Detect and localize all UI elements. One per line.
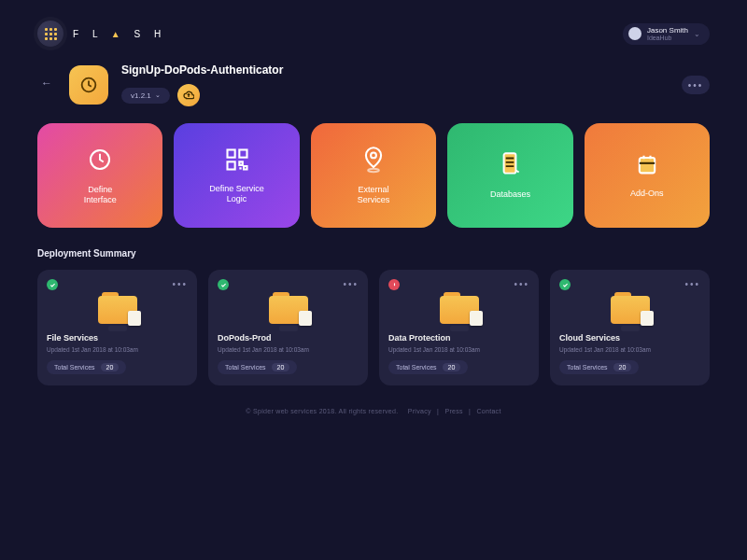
card-add-ons[interactable]: Add-Ons	[585, 123, 710, 228]
card-more-button[interactable]: •••	[172, 279, 188, 289]
deployment-updated: Updated 1st Jan 2018 at 10:03am	[388, 346, 529, 353]
total-services-badge: Total Services 20	[218, 360, 297, 374]
card-more-button[interactable]: •••	[343, 279, 359, 289]
deployment-name: File Services	[47, 333, 188, 343]
card-databases[interactable]: Databases	[447, 123, 572, 228]
card-label: Define Interface	[84, 185, 117, 206]
total-services-badge: Total Services 20	[47, 360, 126, 374]
total-services-badge: Total Services 20	[388, 360, 468, 374]
deployment-name: Data Protection	[388, 333, 529, 343]
brand-logo-text: F L ▲ S H	[73, 29, 166, 39]
status-ok-icon	[559, 279, 571, 290]
user-menu[interactable]: Jason Smith IdeaHub ⌄	[623, 23, 710, 45]
deployment-name: Cloud Services	[559, 333, 700, 343]
addon-icon	[634, 151, 660, 177]
deployment-card[interactable]: ••• Data Protection Updated 1st Jan 2018…	[379, 270, 539, 385]
svg-rect-5	[227, 161, 234, 169]
chevron-down-icon: ⌄	[694, 30, 700, 38]
deployment-updated: Updated 1st Jan 2018 at 10:03am	[47, 346, 188, 353]
upload-button[interactable]	[177, 84, 200, 106]
svg-rect-9	[640, 158, 655, 173]
card-more-button[interactable]: •••	[514, 279, 529, 289]
footer-link-privacy[interactable]: Privacy	[404, 408, 435, 414]
folder-icon	[98, 296, 137, 324]
deployment-updated: Updated 1st Jan 2018 at 10:03am	[218, 346, 359, 353]
footer-copyright: © Spider web services 2018. All rights r…	[242, 408, 402, 414]
folder-icon	[611, 296, 650, 324]
version-label: v1.2.1	[131, 91, 151, 100]
deployment-summary-title: Deployment Summary	[37, 248, 710, 270]
grid-icon	[45, 28, 57, 40]
card-label: Databases	[490, 189, 530, 200]
deployment-updated: Updated 1st Jan 2018 at 10:03am	[559, 346, 700, 353]
status-ok-icon	[218, 279, 229, 290]
svg-point-7	[368, 169, 379, 172]
cloud-upload-icon	[183, 90, 194, 101]
footer: © Spider web services 2018. All rights r…	[37, 385, 710, 414]
chevron-down-icon: ⌄	[155, 91, 161, 99]
svg-rect-8	[504, 154, 516, 174]
user-org: IdeaHub	[647, 35, 688, 41]
location-pin-icon	[360, 146, 387, 174]
clock-icon	[86, 146, 114, 174]
user-name: Jason Smith	[647, 27, 688, 35]
qr-icon	[224, 147, 250, 173]
svg-point-6	[371, 152, 376, 158]
card-label: Define Service Logic	[209, 184, 264, 205]
deployment-list: ••• File Services Updated 1st Jan 2018 a…	[37, 270, 710, 385]
project-title: SignUp-DoPods-Authenticator	[121, 63, 283, 77]
database-icon	[498, 150, 522, 178]
footer-link-press[interactable]: Press	[441, 408, 466, 414]
deployment-card[interactable]: ••• File Services Updated 1st Jan 2018 a…	[37, 270, 197, 385]
total-services-badge: Total Services 20	[559, 360, 639, 374]
svg-rect-4	[239, 149, 247, 157]
card-define-service-logic[interactable]: Define Service Logic	[174, 123, 299, 228]
folder-icon	[269, 296, 308, 324]
status-error-icon	[388, 279, 400, 290]
svg-rect-3	[227, 149, 234, 157]
card-external-services[interactable]: External Services	[311, 123, 436, 228]
deployment-card[interactable]: ••• DoPods-Prod Updated 1st Jan 2018 at …	[208, 270, 368, 385]
deployment-name: DoPods-Prod	[218, 333, 359, 343]
back-button[interactable]: ←	[41, 77, 52, 90]
app-menu-button[interactable]	[37, 21, 63, 47]
project-icon	[69, 65, 108, 105]
status-ok-icon	[47, 279, 58, 290]
card-more-button[interactable]: •••	[684, 279, 700, 289]
avatar-icon	[628, 27, 641, 40]
deployment-card[interactable]: ••• Cloud Services Updated 1st Jan 2018 …	[550, 270, 710, 385]
module-cards: Define Interface Define Service Logic Ex…	[37, 123, 710, 248]
folder-icon	[440, 296, 479, 324]
version-selector[interactable]: v1.2.1 ⌄	[121, 88, 170, 104]
card-label: Add-Ons	[630, 189, 664, 199]
footer-link-contact[interactable]: Contact	[472, 408, 504, 414]
card-label: External Services	[358, 185, 390, 206]
card-define-interface[interactable]: Define Interface	[37, 123, 162, 228]
more-actions-button[interactable]: •••	[682, 76, 710, 94]
